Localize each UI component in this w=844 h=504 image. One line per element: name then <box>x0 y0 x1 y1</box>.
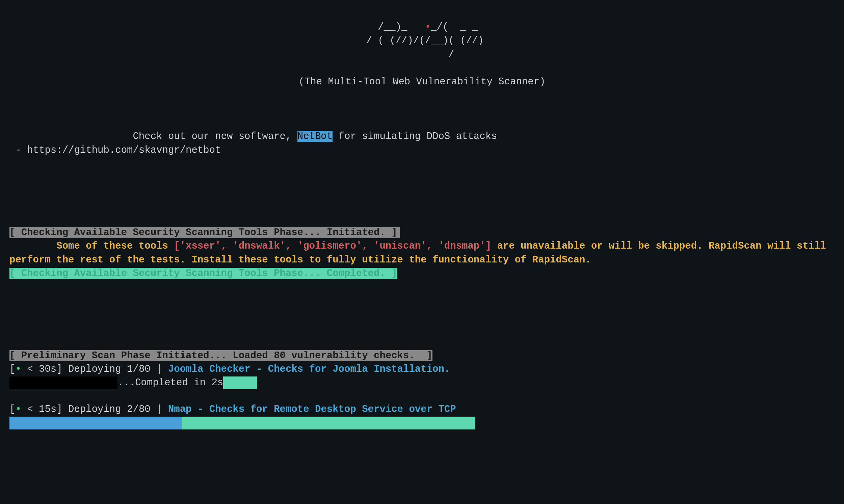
promo-prefix: Check out our new software, <box>133 131 297 142</box>
check-2-time: < 15s <box>27 404 56 415</box>
phase-2-block: [ Preliminary Scan Phase Initiated... Lo… <box>10 349 834 429</box>
status-dot-icon: • <box>15 364 21 375</box>
check-1-completed: ...Completed in 2s <box>118 377 223 388</box>
check-2-line: [• < 15s] Deploying 2/80 | Nmap - Checks… <box>10 404 456 415</box>
logo-line-1b: _/( _ _ <box>431 22 478 33</box>
logo-line-1a: /__)_ <box>366 22 425 33</box>
check-1-desc: Joomla Checker - Checks for Joomla Insta… <box>168 364 450 375</box>
promo-suffix: for simulating DDoS attacks <box>333 131 497 142</box>
phase-1-footer: [ Checking Available Security Scanning T… <box>10 268 397 279</box>
phase-1-block: [ Checking Available Security Scanning T… <box>10 226 834 281</box>
terminal-output: /__)_ •_/( _ _ / ( (//)/(/__)( (//) / (T… <box>0 0 844 450</box>
check-1-progress: ...Completed in 2s <box>10 377 834 389</box>
phase-1-msg-prefix: Some of these tools <box>10 240 174 252</box>
promo-line: Check out our new software, NetBot for s… <box>10 130 834 157</box>
logo-line-3: / <box>390 49 454 60</box>
phase-2-header: [ Preliminary Scan Phase Initiated... Lo… <box>10 350 433 361</box>
logo-dot: • <box>425 22 431 33</box>
logo-line-2: / ( (//)/(/__)( (//) <box>360 35 483 46</box>
phase-1-header: [ Checking Available Security Scanning T… <box>10 227 400 238</box>
check-2-deploy: Deploying 2/80 | <box>68 404 168 415</box>
progress-blue-segment <box>10 417 182 429</box>
ascii-logo: /__)_ •_/( _ _ / ( (//)/(/__)( (//) / <box>10 21 834 62</box>
check-1-time: < 30s <box>27 364 56 375</box>
progress-black-segment <box>10 377 118 389</box>
promo-url: - https://github.com/skavngr/netbot <box>10 145 221 156</box>
phase-1-tools-list: ['xsser', 'dnswalk', 'golismero', 'unisc… <box>174 240 491 252</box>
promo-highlight: NetBot <box>297 131 333 142</box>
check-2-desc: Nmap - Checks for Remote Desktop Service… <box>168 404 456 415</box>
progress-green-segment <box>182 417 475 429</box>
check-1-line: [• < 30s] Deploying 1/80 | Joomla Checke… <box>10 364 450 375</box>
check-1-deploy: Deploying 1/80 | <box>68 364 168 375</box>
progress-green-segment <box>223 377 257 389</box>
tagline: (The Multi-Tool Web Vulnerability Scanne… <box>10 75 834 89</box>
check-2-progress <box>10 417 834 429</box>
status-dot-icon: • <box>15 404 21 415</box>
